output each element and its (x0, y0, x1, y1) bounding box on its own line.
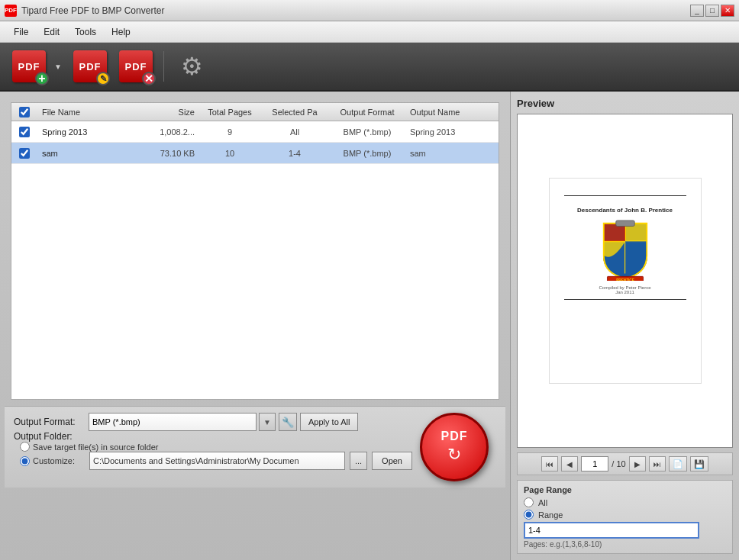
settings-button[interactable]: ⚙ (175, 50, 208, 82)
output-folder-label: Output Folder: (14, 431, 82, 442)
crest-image: PRENTICE (599, 220, 652, 281)
next-page-button[interactable]: ▶ (629, 456, 646, 471)
file-list: File Name Size Total Pages Selected Pa O… (11, 102, 499, 400)
preview-line-top (564, 195, 686, 196)
svg-rect-2 (615, 220, 634, 227)
row2-checkbox[interactable] (19, 148, 30, 159)
all-pages-radio[interactable] (524, 497, 534, 507)
range-input[interactable] (524, 522, 699, 539)
row1-output: Spring 2013 (405, 127, 499, 137)
apply-to-all-button[interactable]: Apply to All (300, 413, 358, 431)
row2-format: BMP (*.bmp) (329, 149, 405, 158)
left-panel: File Name Size Total Pages Selected Pa O… (0, 92, 510, 560)
col-header-output: Output Name (405, 108, 499, 117)
page-range-section: Page Range All Range Pages: e.g.(1,3,6,8… (517, 480, 733, 554)
row2-selected: 1-4 (260, 149, 329, 158)
gear-icon: ⚙ (181, 54, 203, 79)
main-content: File Name Size Total Pages Selected Pa O… (0, 92, 739, 560)
row1-checkbox[interactable] (19, 127, 30, 137)
row1-selected: All (260, 127, 329, 137)
svg-text:PRENTICE: PRENTICE (616, 278, 634, 281)
table-row[interactable]: sam 73.10 KB 10 1-4 BMP (*.bmp) sam (11, 143, 499, 164)
preview-doc-title: Descendants of John B. Prentice (577, 207, 673, 214)
app-icon: PDF (5, 5, 17, 17)
row2-size: 73.10 KB (131, 149, 199, 158)
save-source-radio[interactable] (20, 442, 30, 452)
col-header-name: File Name (37, 108, 131, 117)
preview-area: Descendants of John B. Prentice (517, 114, 733, 448)
row2-total: 10 (199, 149, 260, 158)
row1-total: 9 (199, 127, 260, 137)
browse-button[interactable]: ... (350, 452, 367, 470)
row2-output: sam (405, 149, 499, 158)
total-pages: / 10 (612, 459, 625, 468)
format-settings-button[interactable]: 🔧 (279, 413, 297, 431)
format-select[interactable]: BMP (*.bmp) (89, 413, 257, 431)
customize-row: Customize: C:\Documents and Settings\Adm… (14, 452, 412, 470)
wrench-icon: 🔧 (282, 417, 294, 428)
folder-row: Output Folder: (14, 431, 412, 442)
menu-tools[interactable]: Tools (67, 24, 104, 40)
path-display: C:\Documents and Settings\Administrator\… (89, 452, 345, 470)
preview-document: Descendants of John B. Prentice (549, 178, 702, 384)
add-pdf-dropdown[interactable]: ▼ (52, 50, 64, 82)
format-row: Output Format: BMP (*.bmp) ▼ 🔧 Apply to … (14, 413, 412, 431)
save-source-label: Save target file(s) in source folder (33, 443, 158, 452)
first-page-button[interactable]: ⏮ (541, 456, 558, 471)
menu-edit[interactable]: Edit (36, 24, 67, 40)
preview-line-bottom (564, 299, 686, 300)
right-panel: Preview Descendants of John B. Prentice (510, 92, 739, 560)
save-preview-button[interactable]: 💾 (690, 456, 708, 471)
toolbar: PDF + ▼ PDF ✎ PDF ✕ ⚙ (0, 43, 739, 92)
col-header-selected: Selected Pa (260, 108, 329, 117)
row1-name: Spring 2013 (37, 127, 131, 137)
select-all-checkbox[interactable] (19, 107, 30, 117)
convert-arrow-icon: ↻ (447, 445, 461, 465)
maximize-button[interactable]: □ (705, 5, 719, 17)
open-folder-button[interactable]: Open (372, 452, 412, 470)
title-bar: PDF Tipard Free PDF to BMP Converter _ □… (0, 0, 739, 21)
convert-button[interactable]: PDF ↻ (420, 413, 489, 481)
nav-controls: ⏮ ◀ / 10 ▶ ⏭ 📄 💾 (517, 452, 733, 475)
window-title: Tipard Free PDF to BMP Converter (21, 5, 690, 16)
col-header-size: Size (131, 108, 199, 117)
close-button[interactable]: ✕ (721, 5, 734, 17)
minimize-button[interactable]: _ (690, 5, 704, 17)
col-header-total: Total Pages (199, 108, 260, 117)
preview-footer: Compiled by Peter PierceJan 2011 (599, 285, 650, 294)
convert-pdf-label: PDF (441, 430, 468, 443)
row1-size: 1,008.2... (131, 127, 199, 137)
all-pages-label: All (538, 498, 547, 507)
preview-title: Preview (517, 98, 733, 109)
format-select-arrow[interactable]: ▼ (259, 413, 276, 431)
range-label: Range (538, 510, 563, 520)
prev-page-button[interactable]: ◀ (561, 456, 578, 471)
table-row[interactable]: Spring 2013 1,008.2... 9 All BMP (*.bmp)… (11, 121, 499, 143)
edit-pdf-button[interactable]: PDF ✎ (70, 48, 110, 85)
output-format-label: Output Format: (14, 417, 82, 427)
page-range-title: Page Range (524, 485, 726, 494)
last-page-button[interactable]: ⏭ (649, 456, 666, 471)
row2-name: sam (37, 149, 131, 158)
add-pdf-button[interactable]: PDF + (9, 48, 49, 85)
menu-bar: File Edit Tools Help (0, 21, 739, 43)
row1-format: BMP (*.bmp) (329, 127, 405, 137)
save-source-row: Save target file(s) in source folder (14, 442, 412, 452)
menu-file[interactable]: File (6, 24, 36, 40)
customize-label: Customize: (33, 456, 75, 465)
col-header-format: Output Format (329, 108, 405, 117)
range-hint: Pages: e.g.(1,3,6,8-10) (524, 540, 726, 549)
menu-help[interactable]: Help (104, 24, 138, 40)
customize-radio[interactable] (20, 456, 30, 466)
copy-button[interactable]: 📄 (669, 456, 687, 471)
range-radio[interactable] (524, 510, 534, 520)
remove-pdf-button[interactable]: PDF ✕ (116, 48, 156, 85)
page-number-input[interactable] (581, 456, 608, 471)
window-controls: _ □ ✕ (690, 5, 734, 17)
bottom-panel: Output Format: BMP (*.bmp) ▼ 🔧 Apply to … (5, 406, 505, 488)
file-list-header: File Name Size Total Pages Selected Pa O… (11, 103, 499, 121)
